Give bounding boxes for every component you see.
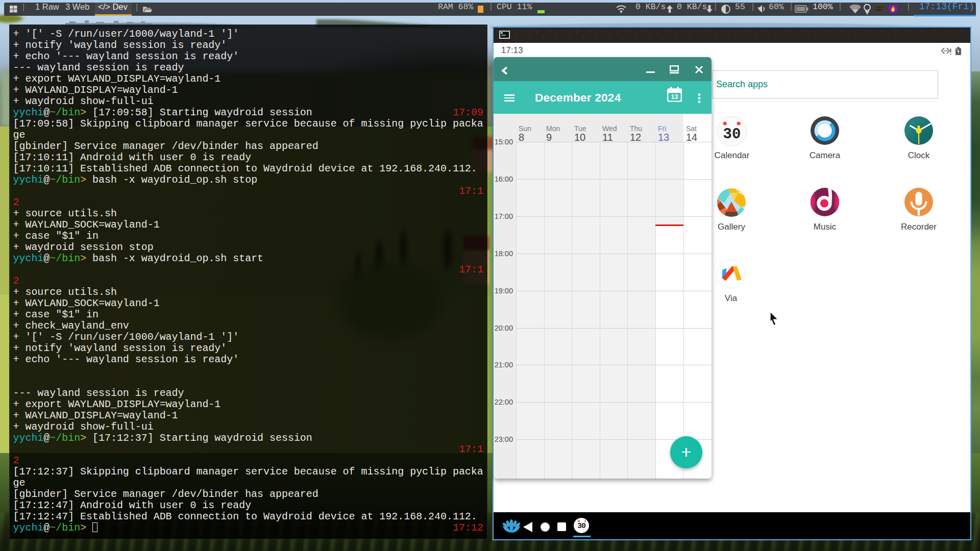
svg-text:13: 13 <box>671 93 678 101</box>
svg-text:30: 30 <box>723 126 741 143</box>
